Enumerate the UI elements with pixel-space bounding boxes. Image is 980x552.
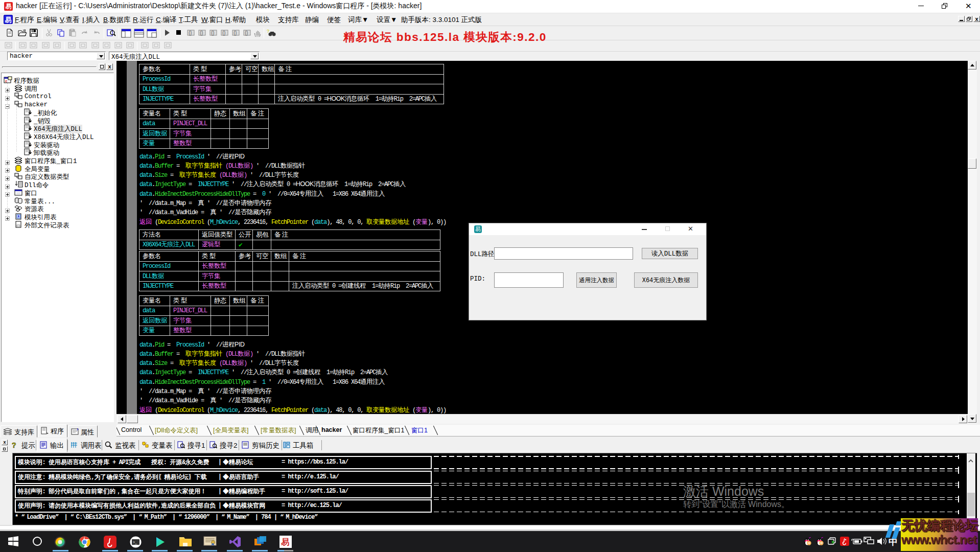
svg-text:e: e (5, 79, 8, 83)
svg-text:{}: {} (200, 30, 203, 36)
svg-text:{}: {} (234, 30, 237, 36)
svg-text:{}: {} (245, 30, 248, 36)
svg-text:{}: {} (222, 30, 226, 36)
svg-text:{}: {} (211, 30, 215, 36)
svg-text:>_: >_ (133, 540, 137, 544)
svg-text:?: ? (267, 29, 269, 34)
svg-text:?: ? (12, 441, 16, 449)
svg-text:易: 易 (281, 538, 289, 546)
svg-text:{}: {} (189, 30, 192, 36)
